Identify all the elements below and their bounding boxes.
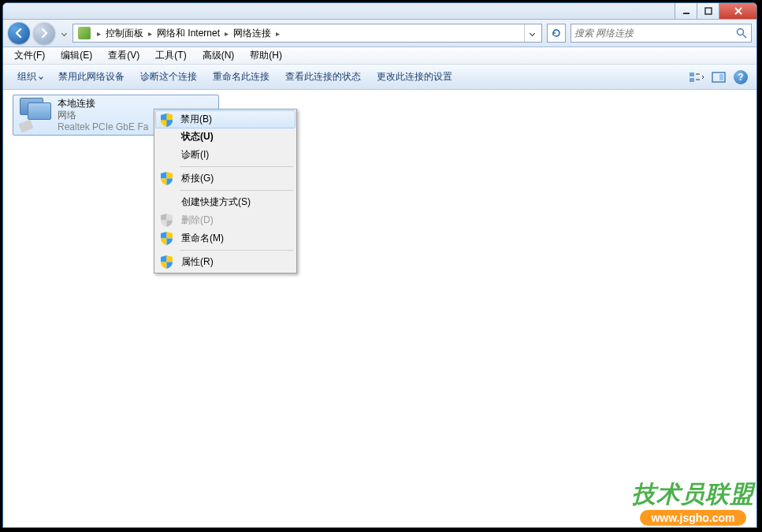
minimize-button[interactable] [675, 3, 697, 19]
rename-connection-button[interactable]: 重命名此连接 [205, 67, 277, 87]
watermark: 技术员联盟 www.jsgho.com [632, 478, 754, 526]
menu-help[interactable]: 帮助(H) [242, 47, 290, 64]
search-icon [735, 27, 748, 39]
ctx-delete: 删除(D) [156, 211, 295, 229]
diagnose-button[interactable]: 诊断这个连接 [132, 67, 205, 87]
watermark-url: www.jsgho.com [640, 510, 745, 526]
menu-view[interactable]: 查看(V) [100, 47, 147, 64]
menu-edit[interactable]: 编辑(E) [53, 47, 100, 64]
menu-separator [180, 166, 293, 167]
titlebar [3, 3, 756, 20]
ctx-status[interactable]: 状态(U) [156, 128, 295, 146]
forward-button[interactable] [33, 22, 55, 44]
control-panel-icon [78, 27, 91, 39]
svg-rect-11 [719, 74, 723, 80]
connection-device: Realtek PCIe GbE Fa [58, 121, 148, 132]
ctx-shortcut[interactable]: 创建快捷方式(S) [156, 193, 295, 211]
back-button[interactable] [8, 22, 30, 44]
help-icon: ? [734, 70, 748, 84]
ctx-properties[interactable]: 属性(R) [156, 253, 295, 271]
menu-separator [180, 250, 293, 251]
menu-advanced[interactable]: 高级(N) [195, 47, 243, 64]
nav-history-dropdown[interactable] [58, 25, 69, 41]
chevron-right-icon: ▸ [145, 29, 155, 38]
ctx-diagnose[interactable]: 诊断(I) [156, 146, 295, 164]
menu-separator [180, 190, 293, 191]
view-options-button[interactable] [687, 68, 706, 87]
shield-icon [161, 113, 173, 127]
disable-device-button[interactable]: 禁用此网络设备 [50, 67, 132, 87]
network-adapter-icon [18, 98, 51, 131]
address-dropdown[interactable] [524, 24, 540, 42]
content-area: 本地连接 网络 Realtek PCIe GbE Fa [3, 90, 756, 527]
connection-status: 网络 [58, 110, 148, 121]
svg-point-4 [738, 29, 744, 35]
view-status-button[interactable]: 查看此连接的状态 [277, 67, 369, 87]
toolbar: 组织 禁用此网络设备 诊断这个连接 重命名此连接 查看此连接的状态 更改此连接的… [3, 65, 756, 90]
watermark-title: 技术员联盟 [632, 478, 754, 511]
svg-rect-7 [690, 78, 694, 82]
nav-row: ▸ 控制面板 ▸ 网络和 Internet ▸ 网络连接 ▸ [3, 20, 756, 47]
breadcrumb-item[interactable]: 网络和 Internet [155, 27, 221, 40]
chevron-right-icon: ▸ [94, 29, 104, 38]
menubar: 文件(F) 编辑(E) 查看(V) 工具(T) 高级(N) 帮助(H) [3, 47, 756, 65]
shield-icon [161, 172, 173, 185]
chevron-right-icon: ▸ [221, 29, 232, 38]
ctx-disable[interactable]: 禁用(B) [155, 110, 296, 128]
preview-pane-button[interactable] [709, 68, 728, 87]
svg-rect-6 [690, 73, 694, 76]
refresh-button[interactable] [547, 24, 566, 43]
search-input[interactable] [574, 28, 735, 39]
breadcrumb-item[interactable]: 控制面板 [104, 27, 145, 40]
shield-icon [161, 214, 173, 227]
menu-file[interactable]: 文件(F) [6, 47, 53, 64]
close-button[interactable] [719, 3, 756, 19]
ctx-rename[interactable]: 重命名(M) [156, 229, 295, 247]
connection-name: 本地连接 [58, 98, 148, 110]
search-box[interactable] [571, 24, 752, 43]
help-button[interactable]: ? [731, 68, 750, 87]
breadcrumb-item[interactable]: 网络连接 [232, 27, 273, 40]
context-menu: 禁用(B) 状态(U) 诊断(I) 桥接(G) 创建快捷方式(S) 删除(D) … [154, 109, 297, 273]
shield-icon [161, 255, 173, 269]
organize-button[interactable]: 组织 [9, 67, 50, 87]
shield-icon [161, 232, 173, 245]
maximize-button[interactable] [697, 3, 719, 19]
explorer-window: ▸ 控制面板 ▸ 网络和 Internet ▸ 网络连接 ▸ 文件(F) 编辑(… [2, 2, 757, 528]
svg-line-5 [743, 35, 746, 38]
chevron-right-icon: ▸ [273, 29, 283, 38]
ctx-bridge[interactable]: 桥接(G) [156, 169, 295, 188]
menu-tools[interactable]: 工具(T) [147, 47, 194, 64]
address-bar[interactable]: ▸ 控制面板 ▸ 网络和 Internet ▸ 网络连接 ▸ [72, 24, 542, 43]
svg-rect-1 [705, 8, 712, 14]
change-settings-button[interactable]: 更改此连接的设置 [369, 67, 460, 87]
